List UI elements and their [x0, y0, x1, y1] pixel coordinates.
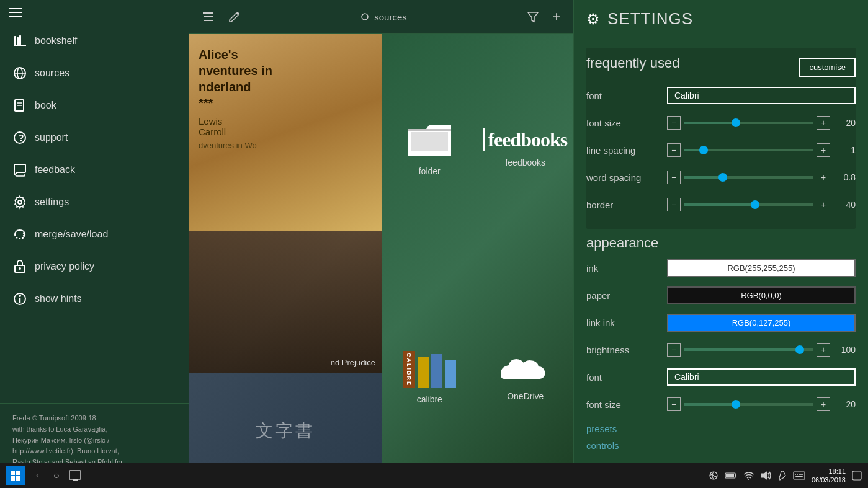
- notification-icon[interactable]: [852, 471, 862, 481]
- border-label: border: [586, 200, 667, 210]
- taskbar-clock: 18:11 06/03/2018: [812, 467, 846, 485]
- taskbar-left: ← ○: [6, 466, 81, 485]
- sidebar-item-sources[interactable]: sources: [0, 57, 189, 89]
- brightness-track[interactable]: [684, 348, 813, 351]
- sidebar-item-feedback[interactable]: feedback: [0, 154, 189, 186]
- source-folder[interactable]: folder: [405, 120, 454, 176]
- customise-button[interactable]: customise: [799, 58, 856, 77]
- book-alice[interactable]: Alice'snventures innderland*** LewisCarr…: [189, 34, 382, 231]
- fontsize-control: − + 20: [667, 116, 856, 130]
- source-calibre[interactable]: CALIBRE calibre: [403, 345, 456, 404]
- book-alice-title: Alice'snventures innderland***: [199, 47, 372, 111]
- brightness-minus[interactable]: −: [667, 343, 681, 357]
- settings-body: frequently used customise font Calibri f…: [574, 38, 868, 463]
- svg-rect-28: [73, 479, 78, 481]
- wordspacing-minus[interactable]: −: [667, 171, 681, 184]
- appfontsize-minus[interactable]: −: [667, 397, 681, 411]
- source-feedbooks[interactable]: feedbooks feedbooks: [483, 128, 567, 167]
- sidebar-label-privacy: privacy policy: [35, 261, 94, 272]
- appfontsize-track[interactable]: [684, 403, 813, 406]
- brightness-plus[interactable]: +: [817, 343, 830, 357]
- search-button[interactable]: ○: [53, 470, 60, 481]
- appearance-title: appearance: [586, 235, 658, 251]
- sources-title: sources: [360, 12, 407, 22]
- volume-icon[interactable]: [761, 471, 772, 480]
- svg-marker-34: [761, 472, 767, 479]
- fontsize-minus[interactable]: −: [667, 116, 681, 130]
- linespacing-label: line spacing: [586, 145, 667, 156]
- sidebar-item-support[interactable]: ? support: [0, 122, 189, 154]
- border-track[interactable]: [684, 203, 813, 206]
- sidebar-label-support: support: [35, 132, 68, 143]
- linkink-color-button[interactable]: RGB(0,127,255): [667, 314, 856, 332]
- fontsize-track[interactable]: [684, 122, 813, 124]
- start-button[interactable]: [6, 466, 25, 485]
- book-alice-subtitle: dventures in Wo: [199, 141, 372, 150]
- edit-icon[interactable]: [228, 10, 241, 24]
- support-icon: ?: [12, 130, 27, 145]
- feedback-icon: [12, 162, 27, 177]
- brightness-label: brightness: [586, 345, 667, 355]
- setting-row-font: font Calibri: [586, 85, 856, 106]
- filter-icon[interactable]: [526, 10, 540, 24]
- linkink-label: link ink: [586, 317, 667, 328]
- settings-title: SETTINGS: [607, 9, 693, 29]
- wordspacing-plus[interactable]: +: [817, 171, 830, 184]
- sidebar-item-bookshelf[interactable]: bookshelf: [0, 25, 189, 57]
- wordspacing-label: word spacing: [586, 172, 667, 183]
- book-2[interactable]: nd Prejudice: [189, 231, 382, 374]
- appfontsize-plus[interactable]: +: [817, 397, 830, 411]
- paper-color-button[interactable]: RGB(0,0,0): [667, 286, 856, 304]
- keyboard-icon[interactable]: [793, 471, 805, 480]
- sidebar-item-hints[interactable]: show hints: [0, 283, 189, 315]
- sidebar-header: [0, 0, 189, 25]
- back-button[interactable]: ←: [34, 470, 44, 481]
- border-value: 40: [834, 200, 856, 210]
- add-icon[interactable]: +: [552, 8, 561, 25]
- linespacing-track[interactable]: [684, 149, 813, 151]
- sidebar-item-privacy[interactable]: privacy policy: [0, 251, 189, 283]
- frequently-used-title: frequently used: [586, 55, 679, 71]
- svg-rect-32: [735, 474, 736, 477]
- setting-row-fontsize: font size − + 20: [586, 112, 856, 133]
- setting-row-wordspacing: word spacing − + 0.8: [586, 167, 856, 188]
- font-control: Calibri: [667, 87, 856, 104]
- svg-point-13: [18, 200, 22, 204]
- appearance-section: appearance ink RGB(255,255,255) paper RG…: [586, 235, 856, 453]
- wifi-icon[interactable]: [743, 471, 754, 480]
- pen-icon[interactable]: [778, 471, 787, 481]
- fontsize-plus[interactable]: +: [817, 116, 830, 130]
- ink-label: ink: [586, 263, 667, 273]
- battery-icon[interactable]: [725, 472, 737, 479]
- font-select[interactable]: Calibri: [667, 87, 856, 104]
- wordspacing-value: 0.8: [834, 172, 856, 182]
- linespacing-control: − + 1: [667, 143, 856, 157]
- svg-point-15: [19, 267, 21, 270]
- setting-row-paper: paper RGB(0,0,0): [586, 285, 856, 306]
- border-minus[interactable]: −: [667, 198, 681, 211]
- svg-rect-1: [17, 37, 19, 45]
- network-icon[interactable]: [709, 471, 718, 481]
- presets-link[interactable]: presets: [586, 421, 856, 437]
- sidebar-item-merge[interactable]: merge/save/load: [0, 218, 189, 251]
- border-plus[interactable]: +: [817, 198, 830, 211]
- hamburger-menu[interactable]: [9, 8, 22, 17]
- linespacing-minus[interactable]: −: [667, 143, 681, 157]
- wordspacing-track[interactable]: [684, 176, 813, 179]
- controls-link[interactable]: controls: [586, 438, 856, 453]
- presets-row: presets: [586, 421, 856, 437]
- sidebar-label-hints: show hints: [35, 293, 82, 304]
- controls-row: controls: [586, 438, 856, 453]
- source-onedrive[interactable]: OneDrive: [498, 348, 553, 401]
- appfont-select[interactable]: Calibri: [667, 368, 856, 386]
- sidebar-item-book[interactable]: book: [0, 89, 189, 122]
- linespacing-plus[interactable]: +: [817, 143, 830, 157]
- svg-rect-27: [69, 471, 81, 479]
- ink-color-button[interactable]: RGB(255,255,255): [667, 259, 856, 277]
- sources-icon: [12, 66, 27, 81]
- hints-icon: [12, 291, 27, 306]
- list-view-icon[interactable]: [202, 10, 215, 24]
- sidebar-item-settings[interactable]: settings: [0, 186, 189, 218]
- setting-row-appfont: font Calibri: [586, 366, 856, 388]
- tablet-mode-button[interactable]: [69, 470, 81, 481]
